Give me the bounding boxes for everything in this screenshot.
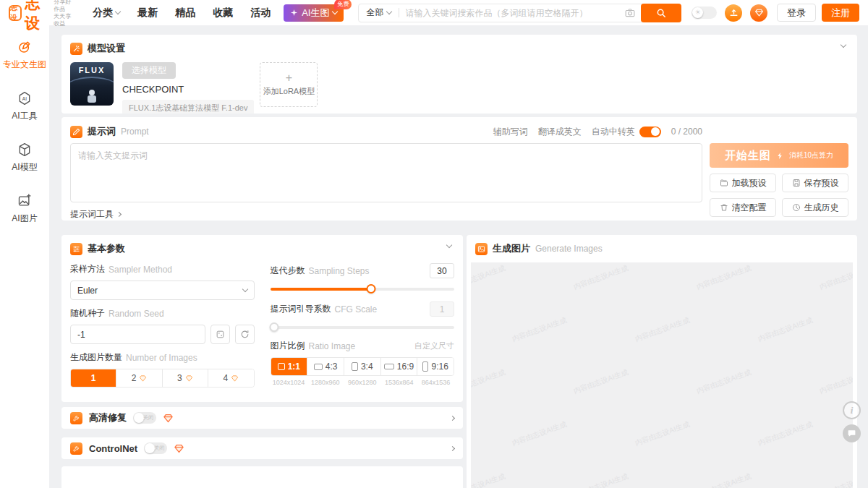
section-title: 基本参数: [88, 242, 125, 255]
logo-text: 志设: [25, 0, 50, 33]
auto-translate-toggle[interactable]: [639, 127, 661, 137]
controlnet-toggle[interactable]: 关闭: [144, 442, 167, 454]
ratio-option-16-9[interactable]: 16:9: [380, 358, 417, 375]
load-preset-button[interactable]: 加载预设: [710, 174, 776, 192]
search-category-dropdown[interactable]: 全部: [359, 7, 399, 19]
dice-button[interactable]: [210, 325, 230, 344]
chevron-down-icon: [115, 9, 121, 14]
wrench-icon: [70, 412, 82, 424]
watermark-text: 内容由志设AI生成: [471, 367, 506, 396]
sidebar-item-label: AI模型: [12, 161, 37, 174]
slider-knob[interactable]: [269, 322, 278, 332]
feedback-float-button[interactable]: [843, 424, 861, 442]
custom-size-link[interactable]: 自定义尺寸: [414, 341, 454, 351]
upload-button[interactable]: [725, 4, 742, 22]
watermark-text: 内容由志设AI生成: [818, 367, 853, 396]
sidebar-item-ai-models[interactable]: AI模型: [12, 142, 37, 174]
login-button[interactable]: 登录: [777, 4, 816, 22]
sidebar-item-label: 专业文生图: [3, 59, 46, 71]
watermark-text: 内容由志设AI生成: [757, 315, 814, 344]
site-logo[interactable]: 志设 志设 分享好作品 天天享收益: [9, 0, 77, 33]
count-option-1[interactable]: 1: [71, 369, 116, 387]
left-sidebar: 专业文生图 AI AI工具 AI模型 AI图片: [0, 25, 49, 488]
dice-icon: [216, 330, 225, 339]
generate-cost-label: 消耗10点算力: [789, 150, 833, 160]
cube-icon: [17, 142, 32, 157]
count-option-2[interactable]: 2: [116, 369, 161, 387]
assist-writing-link[interactable]: 辅助写词: [493, 126, 528, 138]
watermark-text: 内容由志设AI生成: [818, 263, 853, 292]
save-preset-button[interactable]: 保存预设: [782, 174, 848, 192]
image-plus-icon: [17, 194, 32, 208]
sidebar-item-label: AI工具: [12, 110, 37, 122]
count-label: 生成图片数量: [70, 351, 122, 364]
model-thumbnail[interactable]: FLUX: [70, 62, 114, 106]
nav-item-favorites[interactable]: 收藏: [213, 7, 233, 20]
search-button[interactable]: [641, 4, 681, 22]
camera-icon[interactable]: [625, 8, 635, 18]
sidebar-item-ai-images[interactable]: AI图片: [12, 194, 37, 225]
prompt-tools-link[interactable]: 提示词工具: [70, 208, 702, 221]
sampler-select[interactable]: Euler: [70, 281, 255, 300]
hd-repair-panel[interactable]: 高清修复 关闭: [61, 407, 463, 429]
folder-icon: [720, 179, 728, 187]
prompt-textarea[interactable]: [70, 143, 702, 202]
register-button[interactable]: 注册: [822, 4, 859, 22]
chevron-right-icon[interactable]: [450, 445, 455, 450]
ratio-segmented: 1:1 4:3 3:4 16:9 9:16: [271, 357, 455, 376]
prompt-panel: 提示词 Prompt 辅助写词 翻译成英文 自动中转英 0 / 2000 提示词: [61, 117, 857, 221]
info-icon: i: [851, 405, 854, 416]
ratio-option-3-4[interactable]: 3:4: [344, 358, 380, 375]
search-bar: 全部: [358, 4, 681, 22]
collapse-chevron-icon[interactable]: [841, 42, 846, 48]
section-title: 提示词: [88, 125, 116, 138]
ratio-size-label: 1024x1024: [271, 379, 307, 386]
start-generate-button[interactable]: 开始生图 消耗10点算力: [710, 143, 848, 168]
ratio-option-4-3[interactable]: 4:3: [307, 358, 344, 375]
controlnet-panel[interactable]: ControlNet 关闭: [61, 437, 463, 459]
search-icon: [656, 8, 666, 18]
ratio-option-1-1[interactable]: 1:1: [271, 358, 307, 375]
watermark-text: 内容由志设AI生成: [572, 471, 629, 488]
select-model-button[interactable]: 选择模型: [122, 62, 176, 79]
steps-slider[interactable]: [271, 284, 455, 294]
logo-tagline-2: 天天享收益: [54, 13, 77, 27]
generation-history-button[interactable]: 生成历史: [782, 198, 848, 217]
refresh-seed-button[interactable]: [235, 325, 255, 344]
chevron-right-icon[interactable]: [450, 415, 455, 420]
watermark-text: 内容由志设AI生成: [695, 367, 752, 396]
free-badge: 免费: [334, 0, 352, 9]
add-lora-button[interactable]: + 添加LoRA模型: [260, 62, 318, 107]
upload-icon: [729, 8, 739, 17]
chat-bubble-icon: [847, 429, 856, 438]
nav-item-latest[interactable]: 最新: [137, 7, 158, 20]
basic-params-icon: [70, 243, 82, 255]
watermark-text: 内容由志设AI生成: [471, 263, 506, 292]
cfg-slider[interactable]: [271, 322, 455, 333]
hd-repair-toggle[interactable]: 关闭: [133, 412, 156, 424]
info-float-button[interactable]: i: [843, 401, 861, 419]
chevron-down-icon: [386, 9, 392, 14]
translate-link[interactable]: 翻译成英文: [538, 126, 582, 138]
vip-button[interactable]: [750, 4, 767, 22]
nav-item-events[interactable]: 活动: [250, 7, 271, 20]
search-input[interactable]: [399, 8, 625, 18]
ratio-option-9-16[interactable]: 9:16: [417, 358, 454, 375]
collapse-chevron-icon[interactable]: [446, 242, 452, 248]
ai-generate-nav-button[interactable]: AI生图 免费: [284, 4, 344, 22]
sidebar-item-ai-tools[interactable]: AI AI工具: [12, 91, 37, 122]
auto-translate-label: 自动中转英: [592, 126, 635, 138]
nav-item-featured[interactable]: 精品: [175, 7, 195, 20]
image-icon: [475, 243, 488, 255]
sidebar-item-pro-text2img[interactable]: 专业文生图: [3, 40, 46, 71]
slider-knob[interactable]: [367, 284, 376, 294]
theme-toggle[interactable]: ☀: [692, 7, 717, 19]
random-seed-input[interactable]: [70, 325, 205, 344]
ratio-size-label: 864x1536: [417, 379, 454, 386]
count-option-4[interactable]: 4: [208, 369, 253, 387]
count-option-3[interactable]: 3: [162, 369, 208, 387]
clear-config-button[interactable]: 清空配置: [710, 198, 776, 217]
pen-circle-icon: [17, 40, 32, 54]
steps-value-input[interactable]: 30: [430, 263, 454, 278]
nav-item-category[interactable]: 分类: [93, 7, 120, 20]
